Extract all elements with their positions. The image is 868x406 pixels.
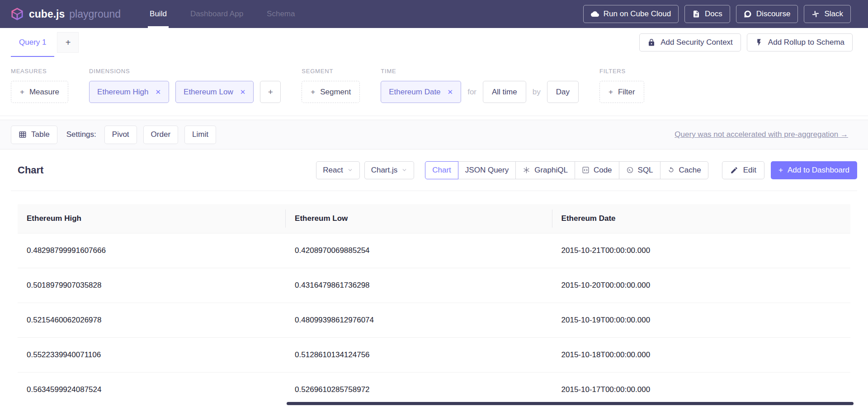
add-to-dashboard-button[interactable]: + Add to Dashboard bbox=[771, 161, 857, 179]
time-chip-ethereum-date[interactable]: Ethereum Date ✕ bbox=[381, 81, 461, 103]
add-rollup-to-schema-button[interactable]: Add Rollup to Schema bbox=[747, 33, 853, 51]
bolt-icon bbox=[755, 38, 763, 47]
settings-toolbar: Table Settings: Pivot Order Limit Query … bbox=[0, 120, 868, 149]
navbar-actions: Run on Cube Cloud Docs Discourse Slack bbox=[583, 5, 851, 23]
table-header-row: Ethereum High Ethereum Low Ethereum Date bbox=[18, 204, 850, 233]
add-security-context-button[interactable]: Add Security Context bbox=[639, 33, 741, 51]
plus-icon: + bbox=[20, 88, 24, 97]
nav-item-schema[interactable]: Schema bbox=[267, 0, 295, 28]
docs-label: Docs bbox=[705, 9, 722, 19]
table-grid-icon bbox=[19, 131, 27, 139]
date-range-button[interactable]: All time bbox=[483, 81, 526, 103]
query-builder: MEASURES + Measure DIMENSIONS Ethereum H… bbox=[0, 57, 868, 116]
table-row: 0.5522339940071106 0.5128610134124756 20… bbox=[18, 338, 850, 373]
run-on-cube-cloud-button[interactable]: Run on Cube Cloud bbox=[583, 5, 679, 23]
order-button[interactable]: Order bbox=[143, 126, 178, 144]
add-query-tab-button[interactable]: + bbox=[57, 32, 79, 53]
brand[interactable]: cube.js playground bbox=[10, 7, 121, 21]
view-cache-button[interactable]: Cache bbox=[660, 161, 708, 179]
table-row: 0.5215460062026978 0.48099398612976074 2… bbox=[18, 303, 850, 338]
plus-icon: + bbox=[609, 88, 613, 97]
view-sql-label: SQL bbox=[638, 166, 653, 175]
column-header-ethereum-high[interactable]: Ethereum High bbox=[18, 204, 286, 233]
library-value: Chart.js bbox=[371, 166, 398, 175]
slack-icon bbox=[811, 10, 820, 18]
cell-ethereum-date: 2015-10-20T00:00:00.000 bbox=[552, 268, 850, 303]
view-json-query-button[interactable]: JSON Query bbox=[458, 161, 516, 179]
table-row: 0.5634599924087524 0.5269610285758972 20… bbox=[18, 373, 850, 406]
segment-group: SEGMENT + Segment bbox=[302, 68, 360, 103]
time-label: TIME bbox=[381, 68, 579, 75]
cell-ethereum-low: 0.48099398612976074 bbox=[286, 303, 552, 337]
chip-label: Ethereum Low bbox=[184, 88, 233, 97]
column-header-ethereum-date[interactable]: Ethereum Date bbox=[552, 204, 850, 233]
graphiql-icon bbox=[523, 166, 530, 174]
cell-ethereum-high: 0.48298799991607666 bbox=[18, 233, 286, 268]
plus-icon: + bbox=[311, 88, 315, 97]
chip-label: Ethereum High bbox=[97, 88, 148, 97]
discourse-label: Discourse bbox=[756, 9, 791, 19]
view-sql-button[interactable]: SQL bbox=[619, 161, 660, 179]
cell-ethereum-high: 0.5522339940071106 bbox=[18, 338, 286, 372]
view-code-button[interactable]: Code bbox=[575, 161, 619, 179]
top-navbar: cube.js playground Build Dashboard App S… bbox=[0, 0, 868, 28]
slack-button[interactable]: Slack bbox=[804, 5, 851, 23]
framework-select[interactable]: React bbox=[316, 161, 359, 179]
add-security-context-label: Add Security Context bbox=[660, 38, 733, 47]
cell-ethereum-low: 0.5128610134124756 bbox=[286, 338, 552, 372]
chip-label: Ethereum Date bbox=[389, 88, 440, 97]
view-graphiql-button[interactable]: GraphiQL bbox=[515, 161, 575, 179]
add-filter-label: Filter bbox=[618, 88, 635, 97]
result-table: Ethereum High Ethereum Low Ethereum Date… bbox=[18, 204, 850, 406]
dimension-chip-ethereum-low[interactable]: Ethereum Low ✕ bbox=[175, 81, 254, 103]
edit-button[interactable]: Edit bbox=[722, 161, 764, 179]
close-icon[interactable]: ✕ bbox=[155, 88, 161, 96]
docs-button[interactable]: Docs bbox=[684, 5, 730, 23]
cell-ethereum-high: 0.5018979907035828 bbox=[18, 268, 286, 303]
table-view-button[interactable]: Table bbox=[11, 126, 57, 144]
pre-aggregation-link[interactable]: Query was not accelerated with pre-aggre… bbox=[675, 130, 848, 139]
close-icon[interactable]: ✕ bbox=[448, 88, 453, 96]
cell-ethereum-date: 2015-10-21T00:00:00.000 bbox=[552, 233, 850, 268]
chevron-down-icon bbox=[401, 167, 407, 173]
cloud-icon bbox=[591, 10, 599, 18]
plus-icon: + bbox=[66, 37, 71, 48]
add-measure-button[interactable]: + Measure bbox=[11, 81, 68, 103]
add-segment-label: Segment bbox=[320, 88, 351, 97]
cubejs-logo-icon bbox=[10, 7, 24, 21]
pivot-button[interactable]: Pivot bbox=[104, 126, 137, 144]
dimension-chip-ethereum-high[interactable]: Ethereum High ✕ bbox=[89, 81, 169, 103]
lock-icon bbox=[647, 38, 656, 47]
edit-pencil-icon bbox=[730, 166, 738, 174]
segment-label: SEGMENT bbox=[302, 68, 360, 75]
tab-query-1[interactable]: Query 1 bbox=[11, 28, 54, 57]
library-select[interactable]: Chart.js bbox=[364, 161, 415, 179]
nav-item-dashboard-app[interactable]: Dashboard App bbox=[190, 0, 243, 28]
table-view-label: Table bbox=[31, 130, 50, 139]
cell-ethereum-date: 2015-10-19T00:00:00.000 bbox=[552, 303, 850, 337]
limit-button[interactable]: Limit bbox=[184, 126, 216, 144]
filters-label: FILTERS bbox=[599, 68, 644, 75]
cell-ethereum-date: 2015-10-17T00:00:00.000 bbox=[552, 373, 850, 406]
view-chart-button[interactable]: Chart bbox=[425, 161, 458, 179]
add-dimension-button[interactable]: + bbox=[260, 81, 281, 103]
code-icon bbox=[582, 166, 590, 174]
table-row: 0.5018979907035828 0.4316479861736298 20… bbox=[18, 268, 850, 303]
nav-item-build[interactable]: Build bbox=[150, 0, 167, 28]
add-segment-button[interactable]: + Segment bbox=[302, 81, 360, 103]
slack-label: Slack bbox=[824, 9, 843, 19]
settings-label: Settings: bbox=[66, 130, 96, 139]
add-rollup-to-schema-label: Add Rollup to Schema bbox=[768, 38, 844, 47]
column-header-ethereum-low[interactable]: Ethereum Low bbox=[286, 204, 552, 233]
add-filter-button[interactable]: + Filter bbox=[599, 81, 644, 103]
add-measure-label: Measure bbox=[29, 88, 59, 97]
by-connector: by bbox=[533, 88, 541, 97]
chevron-down-icon bbox=[347, 167, 353, 173]
discourse-button[interactable]: Discourse bbox=[736, 5, 798, 23]
horizontal-scrollbar-thumb[interactable] bbox=[287, 402, 854, 405]
close-icon[interactable]: ✕ bbox=[240, 88, 246, 96]
cache-refresh-icon bbox=[667, 166, 675, 174]
spacer bbox=[0, 116, 868, 120]
dimensions-label: DIMENSIONS bbox=[89, 68, 281, 75]
granularity-button[interactable]: Day bbox=[547, 81, 579, 103]
